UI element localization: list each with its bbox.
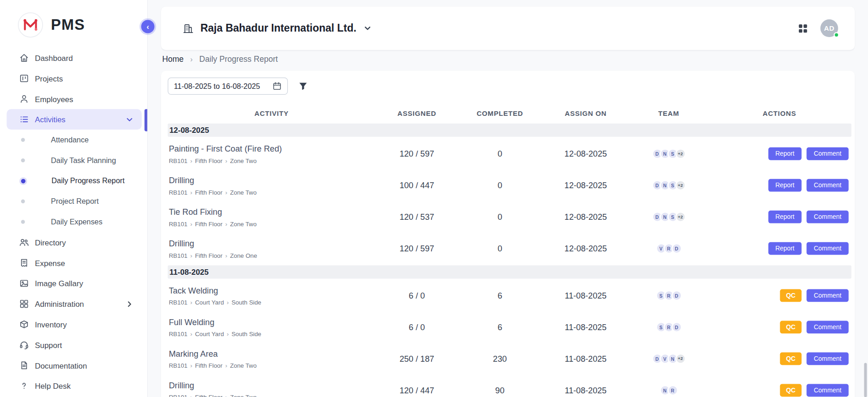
filter-icon[interactable] [298, 81, 308, 92]
path-segment: Zone One [230, 252, 257, 259]
apps-grid-icon[interactable] [798, 23, 808, 33]
sidebar-item-help-desk[interactable]: Help Desk [7, 375, 142, 396]
bullet-icon [21, 200, 25, 203]
date-group-label: 11-08-2025 [169, 267, 209, 276]
gallery-icon [19, 278, 29, 288]
chevron-right-icon: › [225, 394, 227, 397]
sidebar-item-label: Support [35, 340, 62, 349]
sidebar-item-activities[interactable]: Activities [7, 109, 142, 130]
table-row: Drilling RB101›Fifth Floor›Zone One 120 … [168, 233, 852, 264]
activity-name: Drilling [169, 381, 370, 390]
activity-path: RB101›Fifth Floor›Zone One [169, 252, 370, 259]
assigned-value: 100 / 447 [375, 180, 458, 190]
activity-cell: Tack Welding RB101›Court Yard›South Side [168, 282, 376, 309]
report-card: ACTIVITY ASSIGNED COMPLETED ASSIGN ON TE… [161, 71, 855, 397]
sidebar-item-label: Directory [35, 238, 66, 247]
activity-path: RB101›Fifth Floor›Zone Two [169, 220, 370, 227]
completed-value: 230 [458, 354, 541, 364]
sidebar-item-documentation[interactable]: Documentation [7, 355, 142, 375]
sidebar-item-administration[interactable]: Administration [7, 294, 142, 314]
sidebar-subitem-daily-task-planning[interactable]: Daily Task Planning [0, 150, 147, 171]
assign-on-value: 11-08-2025 [541, 386, 630, 395]
report-button[interactable]: Report [768, 179, 802, 192]
qc-button[interactable]: QC [780, 384, 801, 397]
path-segment: RB101 [169, 252, 188, 259]
qc-button[interactable]: QC [780, 352, 801, 365]
sidebar-subitem-attendance[interactable]: Attendance [0, 130, 147, 150]
group-rows: Tack Welding RB101›Court Yard›South Side… [168, 280, 852, 397]
assign-on-value: 12-08-2025 [541, 212, 630, 222]
report-button[interactable]: Report [768, 242, 802, 255]
date-range-input[interactable] [174, 82, 267, 90]
assigned-value: 120 / 597 [375, 149, 458, 158]
row-actions: ReportComment [707, 147, 852, 160]
sidebar-item-image-gallary[interactable]: Image Gallary [7, 273, 142, 294]
team-avatars: DNS+2 [630, 212, 707, 222]
team-more-badge[interactable]: +2 [675, 148, 685, 159]
sidebar-subitem-label: Daily Progress Report [52, 177, 125, 185]
team-more-badge[interactable]: +2 [675, 212, 685, 222]
path-segment: Fifth Floor [195, 157, 222, 164]
sidebar-item-employees[interactable]: Employees [7, 89, 142, 109]
report-button[interactable]: Report [768, 147, 802, 160]
column-header-completed: COMPLETED [458, 110, 541, 118]
assign-on-value: 12-08-2025 [541, 244, 630, 253]
comment-button[interactable]: Comment [807, 179, 849, 192]
team-member-avatar[interactable]: D [671, 290, 682, 301]
activity-path: RB101›Fifth Floor›Zone Two [169, 394, 370, 397]
team-avatars: DNS+2 [630, 148, 707, 159]
team-member-avatar[interactable]: D [671, 322, 682, 332]
sidebar-collapse-button[interactable]: ‹ [141, 20, 154, 33]
comment-button[interactable]: Comment [807, 321, 849, 333]
table-row: Tack Welding RB101›Court Yard›South Side… [168, 280, 852, 311]
assigned-value: 120 / 447 [375, 386, 458, 395]
sidebar-subitem-daily-progress-report[interactable]: Daily Progress Report [0, 171, 147, 191]
breadcrumb-home[interactable]: Home [162, 55, 183, 64]
qc-button[interactable]: QC [780, 321, 801, 333]
directory-icon [19, 237, 29, 248]
date-group: 11-08-2025 Tack Welding RB101›Court Yard… [168, 265, 852, 397]
path-segment: Fifth Floor [195, 220, 222, 227]
chevron-right-icon: › [190, 252, 192, 259]
comment-button[interactable]: Comment [807, 289, 849, 302]
sidebar-subitem-daily-expenses[interactable]: Daily Expenses [0, 212, 147, 232]
sidebar-subitem-project-report[interactable]: Project Report [0, 191, 147, 212]
date-group-label: 12-08-2025 [169, 126, 209, 135]
comment-button[interactable]: Comment [807, 384, 849, 397]
chevron-right-icon [125, 299, 134, 308]
comment-button[interactable]: Comment [807, 352, 849, 365]
sidebar-item-support[interactable]: Support [7, 335, 142, 355]
sidebar-item-expense[interactable]: Expense [7, 253, 142, 273]
chevron-right-icon: › [190, 394, 192, 397]
activity-cell: Drilling RB101›Fifth Floor›Zone One [168, 235, 376, 262]
path-segment: Zone Two [230, 189, 257, 196]
team-avatars: DVN+2 [630, 353, 707, 364]
home-icon [19, 53, 29, 63]
date-range-picker[interactable] [168, 77, 288, 95]
qc-button[interactable]: QC [780, 289, 801, 302]
chevron-right-icon: › [225, 220, 227, 227]
bullet-icon [21, 158, 25, 162]
report-button[interactable]: Report [768, 211, 802, 223]
sidebar-item-dashboard[interactable]: Dashboard [7, 48, 142, 68]
sidebar-item-inventory[interactable]: Inventory [7, 314, 142, 335]
chevron-right-icon: › [190, 157, 192, 164]
row-actions: ReportComment [707, 242, 852, 255]
company-selector[interactable]: Raja Bahadur International Ltd. [182, 22, 372, 34]
team-member-avatar[interactable]: R [667, 385, 678, 396]
user-avatar[interactable]: AD [820, 19, 838, 37]
comment-button[interactable]: Comment [807, 242, 849, 255]
activity-path: RB101›Fifth Floor›Zone Two [169, 189, 370, 196]
sidebar-item-projects[interactable]: Projects [7, 68, 142, 89]
comment-button[interactable]: Comment [807, 147, 849, 160]
team-more-badge[interactable]: +2 [675, 180, 685, 190]
team-member-avatar[interactable]: D [671, 243, 682, 254]
activity-name: Tie Rod Fixing [169, 207, 370, 217]
vertical-scrollbar[interactable] [864, 363, 867, 397]
main-area: Raja Bahadur International Ltd. AD Home … [148, 0, 868, 397]
comment-button[interactable]: Comment [807, 211, 849, 223]
team-more-badge[interactable]: +2 [675, 353, 685, 364]
path-segment: South Side [232, 299, 261, 306]
sidebar-item-label: Employees [35, 94, 73, 103]
sidebar-item-directory[interactable]: Directory [7, 232, 142, 253]
